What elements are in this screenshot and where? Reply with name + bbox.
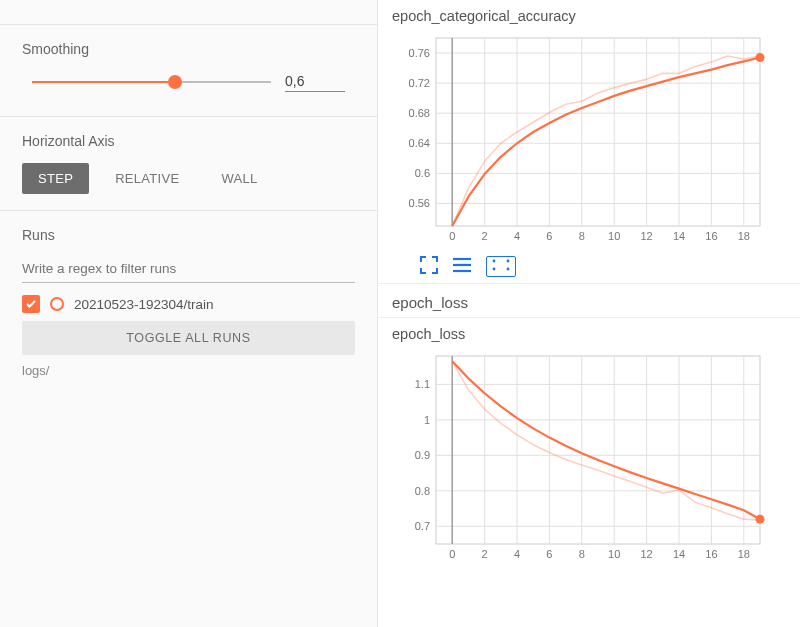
chart-toolbar-accuracy — [392, 250, 786, 281]
fit-domain-icon[interactable] — [486, 256, 516, 277]
svg-point-39 — [507, 260, 510, 263]
svg-point-74 — [756, 515, 765, 524]
svg-text:0: 0 — [449, 548, 455, 560]
fullscreen-icon[interactable] — [420, 256, 438, 277]
svg-text:18: 18 — [738, 548, 750, 560]
svg-text:0.9: 0.9 — [415, 449, 430, 461]
svg-text:4: 4 — [514, 230, 520, 242]
horizontal-axis-section: Horizontal Axis STEPRELATIVEWALL — [0, 117, 377, 211]
logdir-label: logs/ — [22, 363, 355, 378]
toggle-all-runs-button[interactable]: TOGGLE ALL RUNS — [22, 321, 355, 355]
svg-text:2: 2 — [482, 230, 488, 242]
svg-text:8: 8 — [579, 230, 585, 242]
chart-title-accuracy: epoch_categorical_accuracy — [392, 8, 786, 24]
svg-text:1.1: 1.1 — [415, 378, 430, 390]
svg-text:0.76: 0.76 — [409, 47, 430, 59]
chart-card-accuracy: epoch_categorical_accuracy 0246810121416… — [378, 0, 800, 283]
smoothing-slider[interactable] — [32, 75, 271, 89]
chart-card-loss: epoch_loss 0246810121416180.70.80.911.1 — [378, 318, 800, 570]
svg-text:14: 14 — [673, 548, 685, 560]
svg-text:0.56: 0.56 — [409, 197, 430, 209]
svg-text:10: 10 — [608, 548, 620, 560]
run-color-swatch[interactable] — [50, 297, 64, 311]
list-icon[interactable] — [452, 256, 472, 277]
axis-button-step[interactable]: STEP — [22, 163, 89, 194]
svg-text:0.72: 0.72 — [409, 77, 430, 89]
svg-text:1: 1 — [424, 414, 430, 426]
svg-point-34 — [756, 53, 765, 62]
svg-text:0.6: 0.6 — [415, 167, 430, 179]
chart-svg-loss[interactable]: 0246810121416180.70.80.911.1 — [392, 348, 772, 568]
main-panel: epoch_categorical_accuracy 0246810121416… — [378, 0, 800, 627]
svg-text:8: 8 — [579, 548, 585, 560]
smoothing-label: Smoothing — [22, 41, 355, 57]
runs-section: Runs 20210523-192304/train TOGGLE ALL RU… — [0, 211, 377, 394]
svg-text:14: 14 — [673, 230, 685, 242]
runs-filter-input[interactable] — [22, 257, 355, 283]
section-header-loss[interactable]: epoch_loss — [378, 283, 800, 318]
svg-text:0.7: 0.7 — [415, 520, 430, 532]
svg-point-41 — [507, 268, 510, 271]
chart-title-loss: epoch_loss — [392, 326, 786, 342]
top-spacer — [0, 0, 377, 25]
svg-text:18: 18 — [738, 230, 750, 242]
slider-thumb[interactable] — [168, 75, 182, 89]
svg-text:0.64: 0.64 — [409, 137, 430, 149]
smoothing-value-input[interactable] — [285, 71, 345, 92]
svg-point-40 — [493, 268, 496, 271]
svg-point-38 — [493, 260, 496, 263]
svg-text:0.68: 0.68 — [409, 107, 430, 119]
axis-button-wall[interactable]: WALL — [205, 163, 273, 194]
svg-text:6: 6 — [546, 230, 552, 242]
svg-text:10: 10 — [608, 230, 620, 242]
axis-button-relative[interactable]: RELATIVE — [99, 163, 195, 194]
axis-button-row: STEPRELATIVEWALL — [22, 163, 355, 194]
svg-text:12: 12 — [640, 230, 652, 242]
chart-svg-accuracy[interactable]: 0246810121416180.560.60.640.680.720.76 — [392, 30, 772, 250]
svg-text:16: 16 — [705, 230, 717, 242]
run-name-label: 20210523-192304/train — [74, 297, 214, 312]
svg-text:12: 12 — [640, 548, 652, 560]
horizontal-axis-label: Horizontal Axis — [22, 133, 355, 149]
run-row: 20210523-192304/train — [22, 293, 355, 321]
svg-text:0.8: 0.8 — [415, 485, 430, 497]
svg-text:16: 16 — [705, 548, 717, 560]
svg-text:0: 0 — [449, 230, 455, 242]
sidebar: Smoothing Horizontal Axis STEPRELATIVEWA… — [0, 0, 378, 627]
svg-text:4: 4 — [514, 548, 520, 560]
runs-list: 20210523-192304/train — [22, 293, 355, 321]
svg-text:6: 6 — [546, 548, 552, 560]
runs-label: Runs — [22, 227, 355, 243]
run-checkbox[interactable] — [22, 295, 40, 313]
svg-text:2: 2 — [482, 548, 488, 560]
smoothing-section: Smoothing — [0, 25, 377, 117]
